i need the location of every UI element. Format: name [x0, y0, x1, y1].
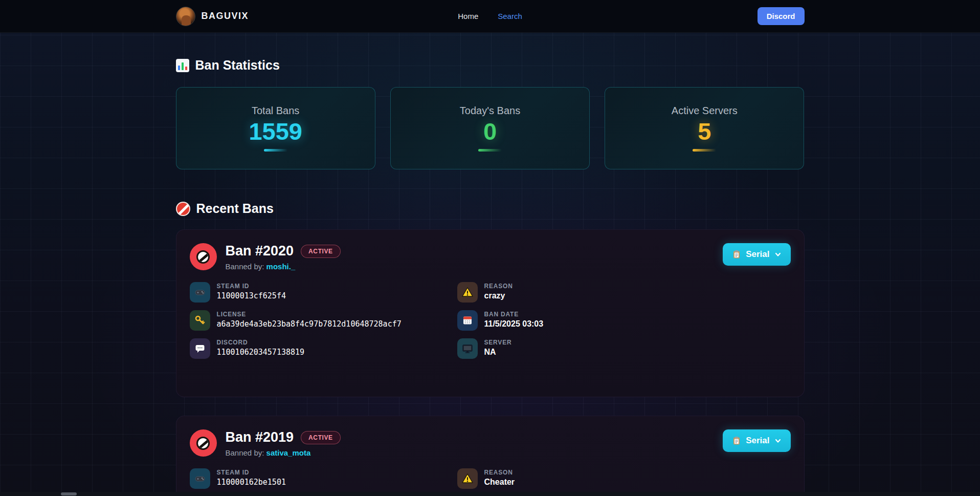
nav-links: Home Search [458, 0, 522, 32]
field-steam-id: STEAM ID 110000162be1501 [190, 468, 457, 489]
field-label: SERVER [484, 339, 512, 346]
stats-row: Total Bans 1559 Today's Bans 0 Active Se… [176, 87, 805, 169]
details-left-column: STEAM ID 11000013cf625f4 LICENSE a6a39de… [190, 282, 457, 366]
field-reason: REASON Cheater [457, 468, 791, 489]
ban-card: Ban #2020 ACTIVE Banned by: moshi._ S [176, 229, 805, 397]
field-value: NA [484, 348, 512, 357]
horizontal-scrollbar [0, 492, 980, 496]
field-value: 110000162be1501 [217, 478, 286, 487]
stat-underline [264, 149, 287, 152]
stat-label: Total Bans [252, 105, 299, 117]
serial-button[interactable]: Serial [723, 243, 790, 266]
banned-by-name[interactable]: moshi._ [266, 262, 296, 271]
stat-card-active-servers: Active Servers 5 [605, 87, 804, 169]
status-badge: ACTIVE [301, 431, 341, 444]
stat-value: 1559 [249, 118, 302, 145]
status-badge: ACTIVE [301, 245, 341, 258]
field-discord: DISCORD 1100106203457138819 [190, 338, 457, 359]
discord-button[interactable]: Discord [758, 7, 805, 25]
field-reason: REASON crazy [457, 282, 791, 303]
banned-by-name[interactable]: sativa_mota [266, 448, 311, 457]
details-right-column: REASON crazy BAN DATE 11/5/2025 03:03 [457, 282, 791, 366]
serial-button-label: Serial [746, 436, 769, 446]
stat-card-total-bans: Total Bans 1559 [176, 87, 375, 169]
no-entry-icon [190, 429, 217, 457]
stat-label: Today's Bans [460, 105, 520, 117]
calendar-icon [457, 310, 478, 331]
field-label: STEAM ID [217, 469, 286, 476]
banned-by: Banned by: sativa_mota [226, 448, 341, 457]
recent-bans-section-title: Recent Bans [176, 201, 805, 216]
warning-icon [457, 282, 478, 303]
ban-title: Ban #2019 [226, 429, 294, 445]
no-entry-icon [176, 202, 190, 216]
clipboard-icon [732, 250, 741, 259]
chevron-down-icon [774, 437, 782, 444]
gamepad-icon [190, 468, 210, 489]
stat-underline [478, 149, 502, 152]
ban-card: Ban #2019 ACTIVE Banned by: sativa_mota [176, 416, 805, 496]
stat-label: Active Servers [672, 105, 738, 117]
bar-chart-icon [176, 59, 189, 72]
field-value: 11000013cf625f4 [217, 291, 286, 300]
field-value: 11/5/2025 03:03 [484, 319, 544, 329]
monitor-icon [457, 338, 478, 359]
field-value: a6a39de4a3eb23ba8f4c97b7812d10648728acf7 [217, 319, 402, 329]
stat-value: 0 [483, 118, 497, 145]
speech-bubble-icon [190, 338, 210, 359]
field-label: BAN DATE [484, 311, 544, 318]
nav-link-search[interactable]: Search [498, 12, 522, 20]
ban-title: Ban #2020 [226, 243, 294, 259]
no-entry-icon [190, 243, 217, 270]
horizontal-scrollbar-thumb[interactable] [61, 492, 77, 495]
field-value: 1100106203457138819 [217, 348, 305, 357]
recent-bans-title-text: Recent Bans [196, 201, 274, 216]
stat-card-todays-bans: Today's Bans 0 [390, 87, 590, 169]
banned-by-label: Banned by: [226, 448, 264, 457]
top-nav: BAGUVIX Home Search Discord [0, 0, 980, 33]
field-value: Cheater [484, 478, 515, 487]
field-label: LICENSE [217, 311, 402, 318]
field-ban-date: BAN DATE 11/5/2025 03:03 [457, 310, 791, 331]
serial-button-label: Serial [746, 249, 769, 260]
banned-by-label: Banned by: [226, 262, 264, 271]
clipboard-icon [732, 436, 741, 445]
field-server: SERVER NA [457, 338, 791, 359]
field-label: REASON [484, 469, 515, 476]
field-label: DISCORD [217, 339, 305, 346]
field-license: LICENSE a6a39de4a3eb23ba8f4c97b7812d1064… [190, 310, 457, 331]
stats-title-text: Ban Statistics [195, 58, 280, 73]
field-value: crazy [484, 291, 513, 300]
warning-icon [457, 468, 478, 489]
stat-value: 5 [698, 118, 711, 145]
nav-link-home[interactable]: Home [458, 12, 478, 20]
stats-section-title: Ban Statistics [176, 33, 805, 73]
brand[interactable]: BAGUVIX [176, 7, 249, 26]
field-label: STEAM ID [217, 283, 286, 290]
brand-name: BAGUVIX [202, 11, 249, 21]
field-steam-id: STEAM ID 11000013cf625f4 [190, 282, 457, 303]
avatar-logo-icon [176, 7, 195, 26]
stat-underline [693, 149, 716, 152]
serial-button[interactable]: Serial [723, 429, 790, 452]
field-label: REASON [484, 283, 513, 290]
gamepad-icon [190, 282, 210, 303]
chevron-down-icon [774, 251, 782, 258]
banned-by: Banned by: moshi._ [226, 262, 341, 271]
key-icon [190, 310, 210, 331]
